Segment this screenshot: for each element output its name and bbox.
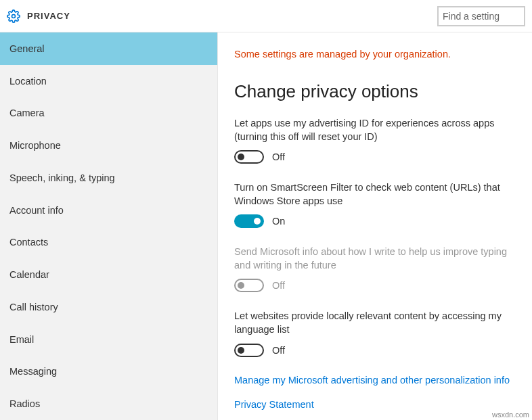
sidebar-item-label: Contacts (9, 237, 48, 248)
sidebar-item-speech-inking-typing[interactable]: Speech, inking, & typing (0, 162, 217, 194)
setting-0: Let apps use my advertising ID for exper… (234, 117, 518, 164)
setting-label: Let websites provide locally relevant co… (234, 310, 518, 336)
sidebar-item-location[interactable]: Location (0, 65, 217, 97)
toggle-knob (254, 218, 261, 225)
link-1[interactable]: Privacy Statement (234, 399, 518, 410)
watermark: wsxdn.com (492, 411, 529, 419)
toggle-row: Off (234, 344, 518, 357)
setting-3: Let websites provide locally relevant co… (234, 310, 518, 356)
toggle-state-label: Off (272, 345, 285, 356)
content-heading: Change privacy options (234, 81, 518, 102)
sidebar-item-label: Messaging (9, 366, 57, 377)
sidebar-item-email[interactable]: Email (0, 323, 217, 356)
sidebar-item-label: Radios (9, 398, 40, 409)
toggle-row: Off (234, 279, 518, 292)
setting-label: Turn on SmartScreen Filter to check web … (234, 181, 518, 208)
sidebar-item-label: Microphone (9, 140, 61, 151)
toggle-row: On (234, 214, 518, 228)
toggle-switch (234, 279, 264, 292)
page-title: PRIVACY (27, 11, 70, 21)
sidebar-item-label: Location (9, 76, 47, 87)
toggle-switch[interactable] (234, 344, 264, 357)
toggle-switch[interactable] (234, 214, 264, 228)
toggle-knob (238, 347, 244, 354)
sidebar-item-microphone[interactable]: Microphone (0, 129, 217, 162)
toggle-state-label: Off (272, 151, 285, 162)
link-0[interactable]: Manage my Microsoft advertising and othe… (234, 375, 518, 386)
svg-point-0 (12, 14, 16, 18)
sidebar-item-label: Account info (9, 205, 64, 216)
sidebar: GeneralLocationCameraMicrophoneSpeech, i… (0, 32, 218, 420)
sidebar-item-label: Speech, inking, & typing (9, 172, 115, 183)
content-panel: Some settings are managed by your organi… (218, 32, 532, 420)
setting-label: Send Microsoft info about how I write to… (234, 246, 518, 272)
toggle-knob (238, 282, 244, 289)
sidebar-item-call-history[interactable]: Call history (0, 291, 217, 323)
org-notice: Some settings are managed by your organi… (234, 49, 518, 60)
sidebar-item-label: General (9, 43, 45, 54)
sidebar-item-label: Email (9, 334, 34, 345)
sidebar-item-calendar[interactable]: Calendar (0, 258, 217, 291)
sidebar-item-messaging[interactable]: Messaging (0, 356, 217, 388)
sidebar-item-camera[interactable]: Camera (0, 97, 217, 130)
setting-1: Turn on SmartScreen Filter to check web … (234, 181, 518, 228)
toggle-state-label: On (272, 216, 285, 227)
toggle-state-label: Off (272, 280, 285, 291)
search-input[interactable] (437, 6, 525, 26)
toggle-knob (238, 154, 244, 160)
sidebar-item-general[interactable]: General (0, 32, 217, 65)
toggle-row: Off (234, 150, 518, 164)
sidebar-item-label: Call history (9, 302, 58, 312)
header: PRIVACY (0, 0, 532, 32)
settings-gear-icon[interactable] (7, 9, 20, 23)
setting-2: Send Microsoft info about how I write to… (234, 246, 518, 292)
sidebar-item-label: Calendar (9, 269, 49, 280)
sidebar-item-radios[interactable]: Radios (0, 388, 217, 420)
sidebar-item-account-info[interactable]: Account info (0, 194, 217, 227)
sidebar-item-contacts[interactable]: Contacts (0, 227, 217, 259)
sidebar-item-label: Camera (9, 108, 45, 118)
setting-label: Let apps use my advertising ID for exper… (234, 117, 518, 143)
toggle-switch[interactable] (234, 150, 264, 164)
